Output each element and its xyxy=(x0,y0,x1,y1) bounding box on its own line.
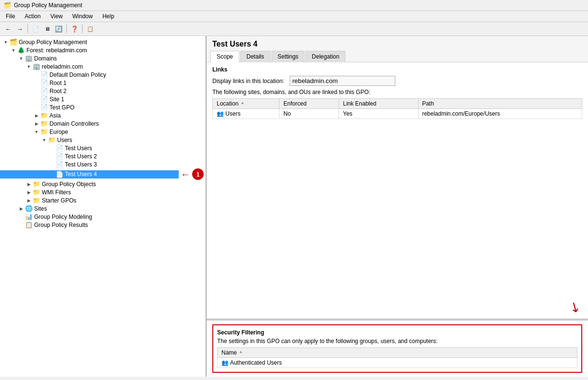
tree-node-testgpo[interactable]: ▶ 📄 Test GPO xyxy=(0,103,206,111)
console-button[interactable]: 🖥 xyxy=(42,24,52,34)
links-description: The following sites, domains, and OUs ar… xyxy=(212,89,582,95)
tree-label-gpm: Group Policy Management xyxy=(19,39,87,46)
tree-label-test-users-2: Test Users 2 xyxy=(65,153,97,160)
policy-icon: 📄 xyxy=(40,95,48,103)
menu-view[interactable]: View xyxy=(49,12,65,21)
tree-node-test-users-2[interactable]: ▶ 📄 Test Users 2 xyxy=(0,152,206,160)
expander-europe[interactable]: ▼ xyxy=(33,130,40,134)
forward-button[interactable]: → xyxy=(14,24,25,34)
sort-icon: ^ xyxy=(240,351,242,356)
expander: ▼ xyxy=(25,64,33,69)
tree-panel[interactable]: ▼ 🗂️ Group Policy Management ▼ 🌲 Forest:… xyxy=(0,36,207,377)
tree-label-gp-results: Group Policy Results xyxy=(34,222,88,228)
properties-button[interactable]: 📋 xyxy=(85,24,96,34)
policy-icon: 📄 xyxy=(56,171,63,178)
location-icon: 👥 xyxy=(217,110,224,117)
menu-bar: File Action View Window Help xyxy=(0,11,588,22)
menu-action[interactable]: Action xyxy=(23,12,42,21)
tree-node-europe[interactable]: ▼ 📁 Europe xyxy=(0,128,206,136)
expander: ▼ xyxy=(2,40,10,45)
security-desc: The settings in this GPO can only apply … xyxy=(217,338,577,344)
tree-node-asia[interactable]: ▶ 📁 Asia xyxy=(0,111,206,119)
tree-label-test-users-1: Test Users xyxy=(65,145,92,152)
cell-location: 👥 Users xyxy=(213,109,280,119)
tree-node-test-users-4[interactable]: ▶ 📄 Test Users 4 xyxy=(0,170,179,178)
forest-icon: 🌲 xyxy=(17,47,25,54)
folder-icon: 📁 xyxy=(33,197,40,204)
tree-node-users-ou[interactable]: ▼ 📁 Users xyxy=(0,136,206,144)
tree-node-wmi[interactable]: ▶ 📁 WMI Filters xyxy=(0,188,206,196)
policy-icon: 📄 xyxy=(40,87,48,95)
tree-node-forest[interactable]: ▼ 🌲 Forest: rebeladmin.com xyxy=(0,46,206,54)
tab-settings[interactable]: Settings xyxy=(271,51,305,62)
tree-label-users-ou: Users xyxy=(57,137,72,143)
tree-node-test-users-3[interactable]: ▶ 📄 Test Users 3 xyxy=(0,160,206,168)
table-row[interactable]: 👥 Authenticated Users xyxy=(218,358,577,368)
policy-icon: 📄 xyxy=(56,161,63,168)
policy-icon: 📄 xyxy=(40,104,48,111)
toolbar-separator-1 xyxy=(27,24,28,33)
tree-label-rebeladmin: rebeladmin.com xyxy=(42,63,83,70)
tab-scope[interactable]: Scope xyxy=(210,51,239,62)
folder-icon: 📁 xyxy=(40,128,48,135)
help-button[interactable]: ❓ xyxy=(69,24,80,34)
table-row[interactable]: 👥 Users No Yes rebeladmin.com/Europe/Use… xyxy=(213,109,582,119)
tree-node-gpm-root[interactable]: ▼ 🗂️ Group Policy Management xyxy=(0,38,206,46)
display-links-input[interactable] xyxy=(290,76,395,86)
tree-label-test-users-3: Test Users 3 xyxy=(65,161,97,168)
right-title: Test Users 4 xyxy=(207,36,588,50)
domains-icon: 🏢 xyxy=(25,55,33,62)
tree-label-test-users-4: Test Users 4 xyxy=(65,171,97,178)
new-window-button[interactable]: 📄 xyxy=(30,24,41,34)
expander: ▼ xyxy=(17,56,25,61)
policy-icon: 📄 xyxy=(40,71,48,78)
security-filtering-section: Security Filtering The settings in this … xyxy=(212,324,582,373)
menu-window[interactable]: Window xyxy=(71,12,95,21)
refresh-button[interactable]: 🔄 xyxy=(53,24,64,34)
tree-node-default-domain[interactable]: ▶ 📄 Default Domain Policy xyxy=(0,71,206,79)
expander-dc[interactable]: ▶ xyxy=(33,121,40,126)
expander-sites[interactable]: ▶ xyxy=(17,206,25,211)
tree-label-wmi: WMI Filters xyxy=(42,189,71,196)
tree-node-gp-modeling[interactable]: ▶ 📊 Group Policy Modeling xyxy=(0,213,206,221)
content-area: Links Display links in this location: Th… xyxy=(207,62,588,377)
tree-node-sites[interactable]: ▶ 🌐 Sites xyxy=(0,204,206,213)
folder-icon: 📁 xyxy=(33,189,40,196)
expander-asia[interactable]: ▶ xyxy=(33,113,40,118)
expander-starter[interactable]: ▶ xyxy=(25,198,33,203)
folder-icon: 📁 xyxy=(33,180,40,188)
rebeladmin-icon: 🏢 xyxy=(33,63,40,70)
tree-label-starter-gpos: Starter GPOs xyxy=(42,197,76,204)
modeling-icon: 📊 xyxy=(25,213,33,220)
tree-node-root1[interactable]: ▶ 📄 Root 1 xyxy=(0,79,206,87)
tab-delegation[interactable]: Delegation xyxy=(306,51,345,62)
tab-details[interactable]: Details xyxy=(240,51,270,62)
display-links-row: Display links in this location: xyxy=(212,76,582,86)
tree-label-root2: Root 2 xyxy=(49,88,66,95)
back-button[interactable]: ← xyxy=(3,24,13,34)
tree-node-gp-results[interactable]: ▶ 📋 Group Policy Results xyxy=(0,221,206,229)
menu-help[interactable]: Help xyxy=(100,12,116,21)
folder-icon: 📁 xyxy=(48,136,56,143)
tree-node-domains[interactable]: ▼ 🏢 Domains xyxy=(0,54,206,62)
tree-node-test-users-1[interactable]: ▶ 📄 Test Users xyxy=(0,144,206,152)
links-section: Links Display links in this location: Th… xyxy=(207,62,588,123)
tree-node-site1[interactable]: ▶ 📄 Site 1 xyxy=(0,95,206,103)
gpm-icon: 🗂️ xyxy=(10,38,17,46)
cell-name: 👥 Authenticated Users xyxy=(218,358,577,368)
spacer-area: ↘ xyxy=(207,123,588,319)
annotation-badge-1: 1 xyxy=(192,168,204,180)
tree-node-starter-gpos[interactable]: ▶ 📁 Starter GPOs xyxy=(0,196,206,204)
expander-wmi[interactable]: ▶ xyxy=(25,190,33,195)
expander-users-ou[interactable]: ▼ xyxy=(40,138,48,142)
tree-label-sites: Sites xyxy=(34,205,47,212)
tree-node-root2[interactable]: ▶ 📄 Root 2 xyxy=(0,87,206,95)
tree-node-domain-controllers[interactable]: ▶ 📁 Domain Controllers xyxy=(0,119,206,128)
security-title: Security Filtering xyxy=(217,329,577,336)
menu-file[interactable]: File xyxy=(4,12,17,21)
tree-node-rebeladmin[interactable]: ▼ 🏢 rebeladmin.com xyxy=(0,62,206,71)
cell-path: rebeladmin.com/Europe/Users xyxy=(418,109,582,119)
tree-label-gp-modeling: Group Policy Modeling xyxy=(34,214,92,220)
tree-node-gpo[interactable]: ▶ 📁 Group Policy Objects xyxy=(0,180,206,188)
expander-gpo[interactable]: ▶ xyxy=(25,182,33,187)
